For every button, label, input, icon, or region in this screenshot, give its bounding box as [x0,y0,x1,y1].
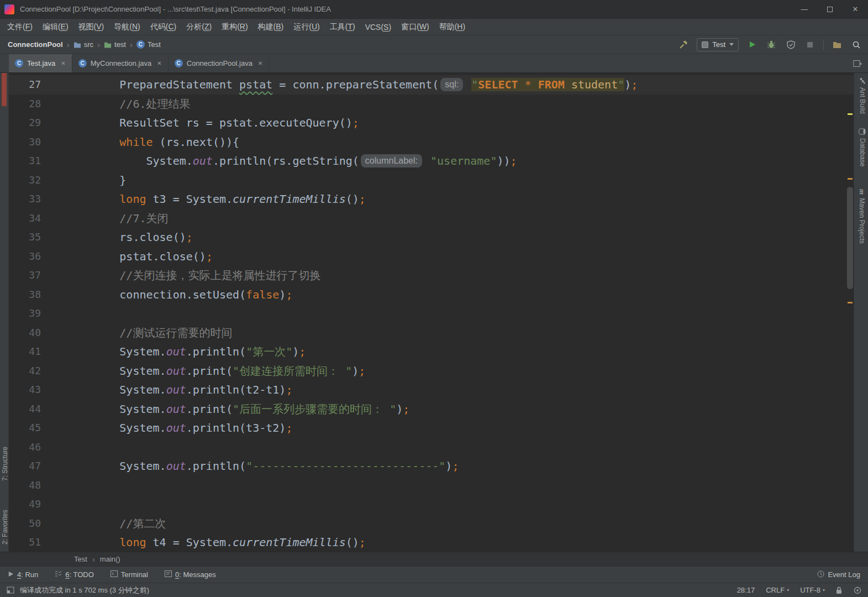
code-line-36[interactable]: 36 pstat.close(); [9,247,854,266]
line-number[interactable]: 31 [9,151,66,171]
menu-item-8[interactable]: 运行(U) [288,22,324,32]
code-line-39[interactable]: 39 [9,304,854,323]
code-line-43[interactable]: 43 System.out.println(t2-t1); [9,380,854,400]
line-number[interactable]: 32 [9,171,66,190]
run-button[interactable] [746,39,758,51]
folder-icon[interactable] [831,39,843,51]
editor-pane[interactable]: 27 PreparedStatement pstat = conn.prepar… [9,73,854,552]
menu-item-2[interactable]: 视图(V) [73,22,109,32]
code-line-50[interactable]: 50 //第二次 [9,514,854,533]
close-icon[interactable]: ✕ [157,60,161,66]
menu-item-6[interactable]: 重构(R) [217,22,252,32]
file-encoding[interactable]: UTF-8 [800,586,825,594]
menu-item-3[interactable]: 导航(N) [109,22,145,32]
line-number[interactable]: 38 [9,285,66,305]
line-number[interactable]: 33 [9,190,66,209]
code-line-45[interactable]: 45 System.out.println(t3-t2); [9,418,854,438]
breadcrumb-item-src[interactable]: src [71,39,96,50]
build-hammer-icon[interactable] [677,39,690,51]
code-line-38[interactable]: 38 connection.setUsed(false); [9,285,854,305]
editor-scrollbar[interactable] [845,73,854,552]
line-number[interactable]: 45 [9,418,66,438]
tool-button-structure[interactable]: 7: Structure [1,447,9,481]
breadcrumb-item-test[interactable]: test [102,39,128,50]
maximize-button[interactable] [817,0,843,18]
caret-position[interactable]: 28:17 [737,586,755,594]
code-line-40[interactable]: 40 //测试运行需要的时间 [9,323,854,343]
code-line-28[interactable]: 28 //6.处理结果 [9,95,854,114]
debug-button[interactable] [765,39,777,51]
line-number[interactable]: 50 [9,514,66,533]
run-configuration-select[interactable]: Test [697,38,739,51]
tool-button-event-log[interactable]: Event Log [817,570,860,579]
line-number[interactable]: 43 [9,380,66,400]
code-line-34[interactable]: 34 //7.关闭 [9,209,854,228]
code-line-31[interactable]: 31 System.out.println(rs.getString(colum… [9,151,854,171]
tab-options-icon[interactable] [853,60,862,67]
menu-item-12[interactable]: 帮助(H) [434,22,470,32]
menu-item-4[interactable]: 代码(C) [145,22,181,32]
line-number[interactable]: 37 [9,266,66,285]
lock-icon[interactable] [836,586,843,594]
menu-item-9[interactable]: 工具(T) [325,22,360,32]
line-number[interactable]: 34 [9,209,66,228]
line-number[interactable]: 40 [9,323,66,343]
menu-item-5[interactable]: 分析(Z) [181,22,217,32]
line-number[interactable]: 47 [9,457,66,476]
line-number[interactable]: 36 [9,247,66,266]
code-line-27[interactable]: 27 PreparedStatement pstat = conn.prepar… [9,75,854,95]
tool-button-database[interactable]: Database [859,128,866,166]
minimize-button[interactable]: — [792,0,817,18]
line-number[interactable]: 46 [9,438,66,457]
tool-button-6-todo[interactable]: 6: TODO [55,570,94,579]
line-number[interactable]: 41 [9,342,66,362]
line-number[interactable]: 49 [9,495,66,514]
breadcrumb-item-test[interactable]: CTest [134,39,163,50]
tab-myconnection.java[interactable]: CMyConnection.java✕ [72,54,169,72]
code-line-42[interactable]: 42 System.out.print("创建连接所需时间： "); [9,362,854,381]
tool-button-terminal[interactable]: Terminal [111,570,148,579]
code-line-49[interactable]: 49 [9,495,854,514]
close-window-button[interactable]: ✕ [843,0,868,18]
tab-connectionpool.java[interactable]: CConnectionPool.java✕ [169,54,270,72]
code-line-41[interactable]: 41 System.out.println("第一次"); [9,342,854,362]
coverage-button[interactable] [785,39,797,51]
line-number[interactable]: 35 [9,228,66,247]
tool-button-favorites[interactable]: 2: Favorites [1,510,9,544]
breadcrumb-class[interactable]: Test [74,555,87,563]
code-line-48[interactable]: 48 [9,476,854,495]
code-line-29[interactable]: 29 ResultSet rs = pstat.executeQuery(); [9,113,854,133]
tool-button-4-run[interactable]: 4: Run [8,570,38,579]
code-line-47[interactable]: 47 System.out.println("-----------------… [9,457,854,476]
breadcrumb-method[interactable]: main() [100,555,120,563]
code-line-33[interactable]: 33 long t3 = System.currentTimeMillis(); [9,190,854,209]
close-icon[interactable]: ✕ [258,60,262,66]
tab-test.java[interactable]: CTest.java✕ [9,54,72,72]
stop-button[interactable] [804,39,816,51]
line-number[interactable]: 48 [9,476,66,495]
toolwindow-toggle-icon[interactable] [7,586,14,594]
search-icon[interactable] [850,39,862,51]
scrollbar-thumb[interactable] [847,187,853,289]
line-number[interactable]: 51 [9,533,66,552]
code-line-51[interactable]: 51 long t4 = System.currentTimeMillis(); [9,533,854,552]
line-number[interactable]: 39 [9,304,66,323]
tool-button-maven-projects[interactable]: mMaven Projects [858,189,866,244]
code-line-44[interactable]: 44 System.out.print("后面一系列步骤需要的时间： "); [9,400,854,419]
code-line-32[interactable]: 32 } [9,171,854,190]
breadcrumb-item-connectionpool[interactable]: ConnectionPool [6,39,65,50]
line-number[interactable]: 42 [9,362,66,381]
menu-item-11[interactable]: 窗口(W) [396,22,434,32]
line-number[interactable]: 30 [9,133,66,152]
menu-item-10[interactable]: VCS(S) [360,23,396,32]
code-line-37[interactable]: 37 //关闭连接，实际上是将属性进行了切换 [9,266,854,285]
menu-item-7[interactable]: 构建(B) [253,22,289,32]
menu-item-1[interactable]: 编辑(E) [38,22,73,32]
close-icon[interactable]: ✕ [61,60,65,66]
line-number[interactable]: 28 [9,95,66,114]
line-number[interactable]: 27 [9,75,66,95]
indicator-icon[interactable] [854,586,861,594]
tool-button-ant-build[interactable]: Ant Build [859,77,866,114]
line-separator[interactable]: CRLF [766,586,789,594]
code-line-46[interactable]: 46 [9,438,854,457]
